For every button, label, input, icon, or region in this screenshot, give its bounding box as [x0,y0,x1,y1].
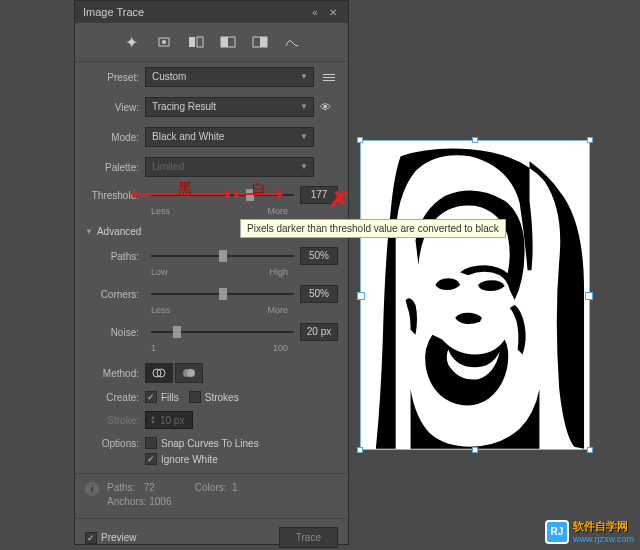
auto-color-icon[interactable]: ✦ [122,33,142,51]
info-row: i Paths: 72Colors: 1 Anchors: 1006 [75,473,348,518]
ignore-label: Ignore White [161,454,218,465]
preset-select[interactable]: Custom [145,67,314,87]
stroke-label: Stroke: [85,415,145,426]
svg-rect-5 [221,37,228,47]
mode-select[interactable]: Black and White [145,127,314,147]
view-select[interactable]: Tracing Result [145,97,314,117]
grayscale-icon[interactable] [218,33,238,51]
svg-rect-7 [260,37,267,47]
panel-header: Image Trace « ✕ [75,1,348,23]
preview-checkbox[interactable]: ✓ [85,532,97,544]
method-label: Method: [85,368,145,379]
svg-point-11 [187,369,195,377]
mode-label: Mode: [85,132,145,143]
options-label: Options: [85,438,145,449]
corners-label: Corners: [85,289,145,300]
image-trace-panel: Image Trace « ✕ ✦ Preset: Custom View: T… [74,0,349,545]
create-label: Create: [85,392,145,403]
strokes-label: Strokes [205,392,239,403]
paths-label: Paths: [85,251,145,262]
annotation-white: 白 [252,180,266,198]
info-icon: i [85,482,99,496]
panel-title: Image Trace [83,6,308,18]
method-overlapping[interactable] [175,363,203,383]
method-abutting[interactable] [145,363,173,383]
preset-label: Preset: [85,72,145,83]
resize-handle[interactable] [472,137,478,143]
resize-handle[interactable] [472,447,478,453]
palette-label: Palette: [85,162,145,173]
preset-icons-row: ✦ [75,23,348,62]
watermark-text: 软件自学网 [573,519,634,534]
annotation-x: ✗ [328,186,351,212]
view-label: View: [85,102,145,113]
close-icon[interactable]: ✕ [326,5,340,19]
annotation-black: 黑 [178,180,192,198]
fills-label: Fills [161,392,179,403]
preview-label: Preview [101,532,137,543]
minimize-icon[interactable]: « [308,5,322,19]
svg-point-1 [162,40,166,44]
resize-handle[interactable] [587,447,593,453]
snap-checkbox[interactable] [145,437,157,449]
corners-value[interactable]: 50% [300,285,338,303]
high-color-icon[interactable] [154,33,174,51]
trace-button[interactable]: Trace [279,527,338,548]
resize-handle[interactable] [587,137,593,143]
watermark-logo: RJ [545,520,569,544]
svg-rect-2 [189,37,195,47]
paths-value[interactable]: 50% [300,247,338,265]
palette-select: Limited [145,157,314,177]
resize-handle[interactable] [357,447,363,453]
low-color-icon[interactable] [186,33,206,51]
ignore-checkbox[interactable]: ✓ [145,453,157,465]
eye-icon[interactable]: 👁 [320,101,338,113]
bw-icon[interactable] [250,33,270,51]
traced-image [361,141,589,449]
resize-handle[interactable] [357,137,363,143]
artboard[interactable] [360,140,590,450]
threshold-label: Threshold: [85,190,145,201]
corners-slider[interactable] [151,293,294,295]
noise-value[interactable]: 20 px [300,323,338,341]
threshold-tooltip: Pixels darker than threshold value are c… [240,219,506,238]
fills-checkbox[interactable]: ✓ [145,391,157,403]
strokes-checkbox[interactable] [189,391,201,403]
preset-menu-icon[interactable] [320,74,338,81]
snap-label: Snap Curves To Lines [161,438,259,449]
svg-rect-3 [197,37,203,47]
watermark: RJ 软件自学网 www.rjzxw.com [545,519,634,544]
outline-icon[interactable] [282,33,302,51]
watermark-url: www.rjzxw.com [573,534,634,544]
noise-slider[interactable] [151,331,294,333]
stroke-value: ▲▼10 px [145,411,193,429]
noise-label: Noise: [85,327,145,338]
paths-slider[interactable] [151,255,294,257]
